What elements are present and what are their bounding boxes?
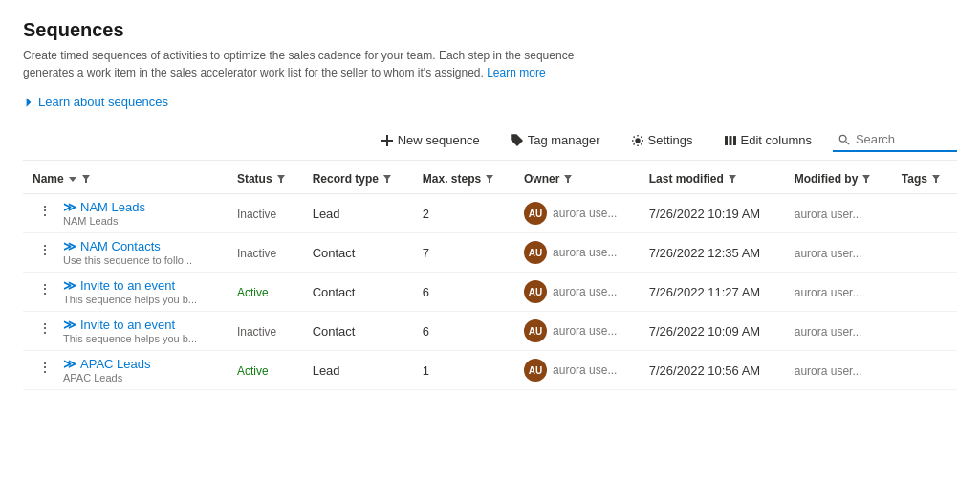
table-row: ⋮ ≫ Invite to an event This sequence hel… — [23, 273, 957, 312]
row-menu-button[interactable]: ⋮ — [33, 319, 57, 337]
sequence-icon: ≫ — [63, 200, 76, 214]
col-name: Name — [23, 165, 228, 194]
learn-more-link[interactable]: Learn more — [487, 66, 545, 79]
cell-record-type: Contact — [303, 233, 413, 273]
tag-manager-button[interactable]: Tag manager — [501, 128, 610, 152]
svg-point-4 — [636, 139, 640, 143]
filter-icon[interactable] — [81, 174, 91, 184]
page-title: Sequences — [23, 19, 957, 41]
avatar: AU — [524, 319, 547, 342]
cell-tags — [892, 194, 957, 233]
cell-modified-by: aurora user... — [785, 233, 892, 273]
svg-marker-18 — [932, 175, 940, 183]
sequence-sub: NAM Leads — [63, 215, 145, 227]
owner-name: aurora use... — [553, 207, 617, 220]
tag-icon — [511, 134, 524, 147]
sequences-table: Name Status Record type — [23, 165, 957, 390]
sequence-name-link[interactable]: ≫ Invite to an event — [63, 278, 197, 293]
cell-modified-by: aurora user... — [785, 312, 892, 351]
cell-owner: AU aurora use... — [514, 351, 640, 390]
cell-tags — [892, 351, 957, 390]
search-input[interactable] — [856, 132, 951, 146]
sequence-sub: Use this sequence to follo... — [63, 254, 192, 266]
svg-marker-15 — [564, 175, 572, 183]
settings-button[interactable]: Settings — [621, 128, 703, 152]
edit-columns-button[interactable]: Edit columns — [714, 128, 821, 152]
cell-record-type: Contact — [303, 273, 413, 312]
page-header: Sequences Create timed sequences of acti… — [23, 19, 957, 81]
cell-name: ⋮ ≫ Invite to an event This sequence hel… — [23, 273, 228, 312]
row-menu-button[interactable]: ⋮ — [33, 202, 57, 219]
sequence-name-link[interactable]: ≫ NAM Contacts — [63, 239, 192, 253]
avatar: AU — [524, 202, 547, 225]
filter-icon[interactable] — [382, 174, 392, 184]
col-max-steps: Max. steps — [413, 165, 514, 194]
cell-name: ⋮ ≫ NAM Leads NAM Leads — [23, 194, 228, 233]
svg-marker-11 — [82, 175, 90, 183]
row-menu-button[interactable]: ⋮ — [33, 359, 57, 376]
sequence-sub: This sequence helps you b... — [63, 294, 197, 305]
cell-owner: AU aurora use... — [514, 312, 640, 351]
svg-marker-16 — [729, 175, 736, 183]
cell-status: Inactive — [228, 233, 303, 273]
sequence-name-link[interactable]: ≫ Invite to an event — [63, 318, 197, 332]
col-record-type: Record type — [303, 165, 413, 194]
table-header-row: Name Status Record type — [23, 165, 957, 194]
settings-icon — [631, 134, 644, 147]
cell-max-steps: 1 — [413, 351, 514, 390]
cell-last-modified: 7/26/2022 11:27 AM — [640, 273, 785, 312]
sequence-icon: ≫ — [63, 239, 76, 253]
filter-icon[interactable] — [563, 174, 573, 184]
cell-max-steps: 7 — [413, 233, 514, 273]
owner-name: aurora use... — [553, 324, 617, 338]
cell-max-steps: 2 — [413, 194, 514, 233]
filter-icon[interactable] — [728, 174, 737, 184]
col-tags: Tags — [892, 165, 957, 194]
sequence-icon: ≫ — [63, 357, 76, 371]
cell-name: ⋮ ≫ Invite to an event This sequence hel… — [23, 312, 228, 351]
search-box — [833, 128, 957, 152]
sequence-icon: ≫ — [63, 318, 76, 332]
cell-status: Active — [228, 273, 303, 312]
owner-name: aurora use... — [553, 285, 617, 298]
filter-icon[interactable] — [485, 174, 494, 184]
toolbar: New sequence Tag manager Settings — [23, 128, 957, 161]
cell-owner: AU aurora use... — [514, 194, 640, 233]
col-owner: Owner — [514, 165, 640, 194]
status-badge: Active — [237, 364, 269, 378]
svg-marker-12 — [277, 175, 285, 183]
sequence-icon: ≫ — [63, 278, 76, 293]
plus-icon — [381, 134, 394, 147]
learn-about-sequences[interactable]: Learn about sequences — [23, 95, 957, 109]
cell-modified-by: aurora user... — [785, 351, 892, 390]
cell-record-type: Contact — [303, 312, 413, 351]
cell-last-modified: 7/26/2022 10:56 AM — [640, 351, 785, 390]
page-description: Create timed sequences of activities to … — [23, 47, 616, 81]
svg-marker-0 — [27, 98, 32, 107]
table-row: ⋮ ≫ NAM Leads NAM Leads Inactive Lead — [23, 194, 957, 233]
columns-icon — [724, 134, 737, 147]
cell-owner: AU aurora use... — [514, 273, 640, 312]
svg-marker-13 — [383, 175, 391, 183]
cell-status: Inactive — [228, 312, 303, 351]
filter-icon[interactable] — [861, 174, 871, 184]
status-badge: Inactive — [237, 325, 276, 339]
cell-max-steps: 6 — [413, 273, 514, 312]
svg-point-8 — [839, 135, 846, 142]
filter-icon[interactable] — [276, 174, 286, 184]
sequence-name-link[interactable]: ≫ APAC Leads — [63, 357, 150, 371]
col-modified-by: Modified by — [785, 165, 892, 194]
row-menu-button[interactable]: ⋮ — [33, 241, 57, 258]
svg-rect-7 — [733, 136, 736, 145]
sequence-sub: This sequence helps you b... — [63, 333, 197, 344]
cell-status: Inactive — [228, 194, 303, 233]
new-sequence-button[interactable]: New sequence — [371, 128, 490, 152]
cell-modified-by: aurora user... — [785, 273, 892, 312]
table-row: ⋮ ≫ NAM Contacts Use this sequence to fo… — [23, 233, 957, 273]
owner-name: aurora use... — [553, 246, 617, 259]
sequence-name-link[interactable]: ≫ NAM Leads — [63, 200, 145, 214]
table-row: ⋮ ≫ APAC Leads APAC Leads Active Lead — [23, 351, 957, 390]
sort-icon — [68, 174, 77, 184]
row-menu-button[interactable]: ⋮ — [33, 280, 57, 297]
filter-icon[interactable] — [931, 174, 941, 184]
